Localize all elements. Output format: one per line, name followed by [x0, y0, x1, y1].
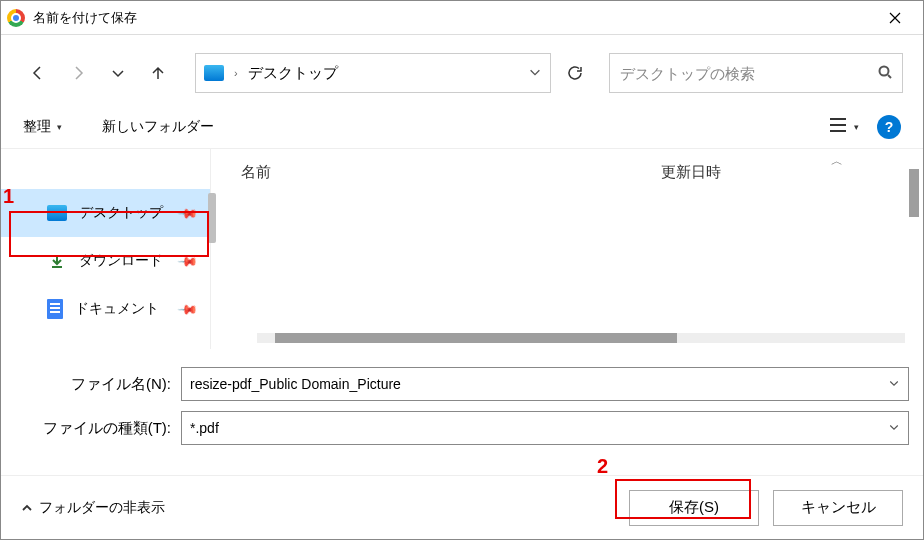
navbar: › デスクトップ	[1, 35, 923, 105]
chevron-down-icon[interactable]	[888, 376, 900, 392]
pin-icon[interactable]: 📌	[177, 250, 199, 272]
close-button[interactable]	[873, 1, 917, 35]
search-icon[interactable]	[878, 65, 892, 82]
sidebar-item-documents[interactable]: ドキュメント 📌	[1, 285, 210, 333]
sidebar: デスクトップ 📌 ダウンロード 📌 ドキュメント 📌	[1, 149, 211, 349]
document-icon	[47, 299, 63, 319]
chevron-down-icon[interactable]	[888, 420, 900, 436]
column-headers: 名前 更新日時	[241, 149, 923, 185]
cancel-button[interactable]: キャンセル	[773, 490, 903, 526]
pin-icon[interactable]: 📌	[177, 298, 199, 320]
caret-down-icon: ▾	[57, 122, 62, 132]
toolbar: 整理 ▾ 新しいフォルダー ▾ ?	[1, 105, 923, 149]
titlebar: 名前を付けて保存	[1, 1, 923, 35]
footer: フォルダーの非表示 保存(S) キャンセル	[1, 475, 923, 539]
chrome-icon	[7, 9, 25, 27]
search-box[interactable]	[609, 53, 903, 93]
folder-icon	[204, 65, 224, 81]
save-button[interactable]: 保存(S)	[629, 490, 759, 526]
chevron-down-icon[interactable]	[528, 65, 542, 82]
scrollbar-thumb[interactable]	[275, 333, 677, 343]
content-area: デスクトップ 📌 ダウンロード 📌 ドキュメント 📌 ︿ 名前 更新日時	[1, 149, 923, 349]
sidebar-item-label: デスクトップ	[79, 204, 163, 222]
pin-icon[interactable]: 📌	[177, 202, 199, 224]
filetype-input[interactable]: *.pdf	[181, 411, 909, 445]
filetype-label: ファイルの種類(T):	[1, 419, 181, 438]
sidebar-item-label: ダウンロード	[79, 252, 163, 270]
search-input[interactable]	[620, 65, 870, 82]
column-date[interactable]: 更新日時	[661, 163, 721, 182]
forward-button[interactable]	[61, 56, 95, 90]
organize-label: 整理	[23, 118, 51, 136]
chevron-right-icon: ›	[234, 67, 238, 79]
chevron-up-icon	[21, 502, 33, 514]
sidebar-item-desktop[interactable]: デスクトップ 📌	[1, 189, 210, 237]
filename-label: ファイル名(N):	[1, 375, 181, 394]
path-bar[interactable]: › デスクトップ	[195, 53, 551, 93]
back-button[interactable]	[21, 56, 55, 90]
up-button[interactable]	[141, 56, 175, 90]
caret-down-icon: ▾	[854, 122, 859, 132]
new-folder-label: 新しいフォルダー	[102, 118, 214, 136]
horizontal-scrollbar[interactable]	[257, 333, 905, 343]
close-icon	[889, 12, 901, 24]
path-location: デスクトップ	[248, 64, 338, 83]
list-view-icon	[828, 117, 848, 136]
file-list[interactable]: ︿ 名前 更新日時	[211, 149, 923, 349]
download-icon	[47, 253, 67, 269]
hide-folders-toggle[interactable]: フォルダーの非表示	[21, 499, 165, 517]
refresh-button[interactable]	[557, 55, 593, 91]
sort-indicator-icon[interactable]: ︿	[831, 153, 843, 170]
hide-folders-label: フォルダーの非表示	[39, 499, 165, 517]
sidebar-item-label: ドキュメント	[75, 300, 159, 318]
column-name[interactable]: 名前	[241, 163, 661, 182]
save-form: ファイル名(N): resize-pdf_Public Domain_Pictu…	[1, 349, 923, 445]
sidebar-item-downloads[interactable]: ダウンロード 📌	[1, 237, 210, 285]
svg-point-0	[880, 66, 889, 75]
recent-button[interactable]	[101, 56, 135, 90]
organize-menu[interactable]: 整理 ▾	[23, 118, 62, 136]
filename-value: resize-pdf_Public Domain_Picture	[190, 376, 401, 392]
filetype-value: *.pdf	[190, 420, 219, 436]
view-menu[interactable]: ▾	[828, 117, 859, 136]
desktop-icon	[47, 205, 67, 221]
vertical-scrollbar[interactable]	[909, 169, 919, 217]
filename-input[interactable]: resize-pdf_Public Domain_Picture	[181, 367, 909, 401]
new-folder-button[interactable]: 新しいフォルダー	[102, 118, 214, 136]
window-title: 名前を付けて保存	[33, 9, 873, 27]
help-button[interactable]: ?	[877, 115, 901, 139]
